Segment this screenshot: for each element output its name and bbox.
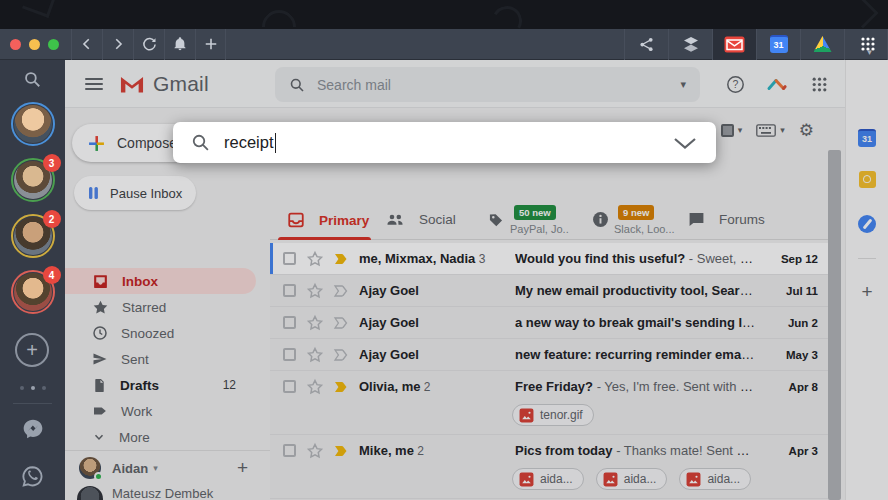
gmail-logo[interactable]: Gmail — [119, 72, 209, 96]
drive-app-tab[interactable] — [800, 29, 844, 60]
scrollbar-thumb[interactable] — [828, 150, 841, 500]
account-avatar[interactable]: 3 — [11, 158, 55, 202]
star-toggle[interactable] — [306, 442, 324, 460]
tab-promotions[interactable]: 50 newPayPal, Jo.. — [488, 202, 505, 240]
maximize-window-button[interactable] — [48, 39, 59, 50]
share-button[interactable] — [624, 29, 668, 60]
menu-button[interactable] — [77, 67, 111, 101]
email-checkbox[interactable] — [283, 284, 296, 297]
email-row[interactable]: Olivia, me 2Free Friday? - Yes, I'm free… — [270, 371, 828, 435]
send-icon — [92, 351, 108, 367]
sidebar-search-button[interactable] — [0, 60, 65, 98]
tasks-addon-button[interactable] — [857, 214, 877, 234]
addons-divider — [858, 258, 876, 259]
tab-forums[interactable]: Forums — [688, 202, 765, 240]
tab-primary[interactable]: Primary — [287, 202, 369, 240]
importance-marker[interactable] — [331, 252, 349, 266]
calendar-app-tab[interactable]: 31 — [756, 29, 800, 60]
whatsapp-app-button[interactable] — [0, 459, 65, 493]
star-toggle[interactable] — [306, 250, 324, 268]
account-avatar[interactable] — [11, 102, 55, 146]
nav-item-label: Starred — [122, 300, 166, 315]
email-row[interactable]: Mike, me 2Pics from today - Thanks mate!… — [270, 435, 828, 499]
email-row[interactable]: me, Mixmax, Nadia 3Would you find this u… — [270, 243, 828, 275]
search-options-caret[interactable]: ▾ — [680, 78, 686, 91]
email-checkbox[interactable] — [283, 444, 296, 457]
page-dot[interactable] — [31, 386, 35, 390]
star-toggle[interactable] — [306, 314, 324, 332]
star-toggle[interactable] — [306, 378, 324, 396]
sidebar-item-starred[interactable]: Starred — [65, 294, 256, 320]
email-date: Apr 8 — [756, 381, 818, 393]
apps-grid-button[interactable] — [806, 71, 832, 97]
sidebar-item-more[interactable]: More — [65, 424, 256, 450]
search-icon — [289, 77, 305, 93]
sidebar-item-snoozed[interactable]: Snoozed — [65, 320, 256, 346]
email-row[interactable]: Ajay GoelMy new email productivity tool,… — [270, 275, 828, 307]
attachment-chip[interactable]: tenor.gif — [512, 404, 594, 426]
email-checkbox[interactable] — [283, 252, 296, 265]
attachment-chip[interactable]: aida... — [679, 468, 751, 490]
refresh-button[interactable] — [133, 29, 164, 60]
email-checkbox[interactable] — [283, 316, 296, 329]
close-window-button[interactable] — [10, 39, 21, 50]
new-tab-button[interactable] — [195, 29, 226, 60]
new-conversation-button[interactable]: + — [237, 457, 248, 479]
search-query-text[interactable]: receipt — [224, 133, 274, 152]
account-avatar[interactable]: 2 — [11, 214, 55, 258]
settings-gear-button[interactable]: ⚙ — [799, 120, 814, 141]
importance-marker[interactable] — [331, 444, 349, 458]
calendar-addon-button[interactable]: 31 — [857, 128, 877, 148]
keep-addon-button[interactable] — [857, 169, 877, 189]
gmail-app-tab[interactable] — [712, 29, 756, 60]
email-row[interactable]: Ajay Goelnew feature: recurring reminder… — [270, 339, 828, 371]
page-dots[interactable] — [0, 386, 65, 390]
forward-button[interactable] — [102, 29, 133, 60]
importance-marker[interactable] — [331, 316, 349, 330]
sidebar-item-sent[interactable]: Sent — [65, 346, 256, 372]
email-row[interactable]: Ajay Goela new way to break gmail's send… — [270, 307, 828, 339]
apps-grid-button[interactable]: ▾ — [844, 29, 888, 60]
pause-inbox-button[interactable]: Pause Inbox — [74, 176, 196, 210]
sidebar-item-work[interactable]: Work — [65, 398, 256, 424]
help-button[interactable]: ? — [722, 71, 748, 97]
tab-social[interactable]: Social — [385, 202, 456, 240]
attachment-chip[interactable]: aida... — [512, 468, 584, 490]
star-toggle[interactable] — [306, 282, 324, 300]
layers-button[interactable] — [668, 29, 712, 60]
sidebar-item-drafts[interactable]: Drafts12 — [65, 372, 256, 398]
page-dot[interactable] — [42, 386, 46, 390]
important-filled-icon — [332, 380, 349, 394]
select-all-control[interactable]: ▾ — [721, 124, 743, 137]
mail-area: ▾ ▾ ⚙ PrimarySocial50 newPayPal, Jo..9 n… — [270, 108, 828, 500]
shift-logo-button[interactable] — [764, 71, 790, 97]
input-tools-button[interactable]: ▾ — [756, 124, 785, 137]
sidebar-item-inbox[interactable]: Inbox — [65, 268, 256, 294]
email-checkbox[interactable] — [283, 380, 296, 393]
gmail-search-bar[interactable]: Search mail ▾ — [275, 67, 700, 102]
star-toggle[interactable] — [306, 346, 324, 364]
messenger-app-button[interactable] — [0, 412, 65, 446]
importance-marker[interactable] — [331, 284, 349, 298]
add-addon-button[interactable]: + — [861, 281, 872, 303]
hangouts-contact[interactable]: Mateusz DembekNahhh man, all good! But t… — [65, 486, 270, 500]
back-button[interactable] — [71, 29, 102, 60]
page-dot[interactable] — [20, 386, 24, 390]
notification-badge: 2 — [43, 210, 61, 228]
email-sender: me, Mixmax, Nadia 3 — [359, 251, 504, 266]
importance-marker[interactable] — [331, 380, 349, 394]
account-avatar[interactable]: 4 — [11, 270, 55, 314]
notifications-button[interactable] — [164, 29, 195, 60]
info-icon — [592, 211, 609, 228]
search-popup[interactable]: receipt — [173, 122, 716, 163]
minimize-window-button[interactable] — [29, 39, 40, 50]
email-row-line: Mike, me 2Pics from today - Thanks mate!… — [270, 435, 828, 466]
importance-marker[interactable] — [331, 348, 349, 362]
search-expand-chevron[interactable] — [672, 136, 698, 150]
add-account-button[interactable]: + — [15, 333, 49, 367]
email-checkbox[interactable] — [283, 348, 296, 361]
select-checkbox-icon — [721, 124, 734, 137]
tab-updates[interactable]: 9 newSlack, Loo... — [592, 202, 609, 240]
attachment-chip[interactable]: aida... — [596, 468, 668, 490]
hangouts-header[interactable]: Aidan ▾ + — [65, 454, 270, 482]
